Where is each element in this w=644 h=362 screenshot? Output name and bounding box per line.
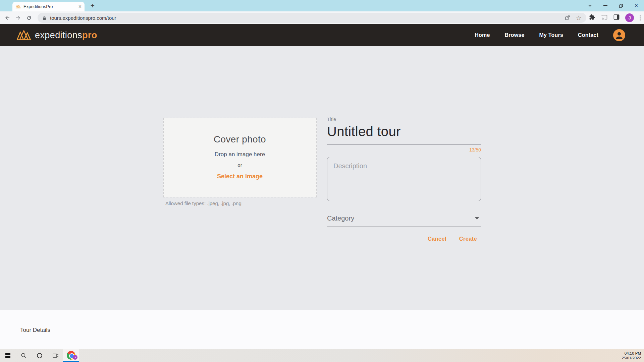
- windows-logo-icon: [5, 353, 11, 358]
- new-tab-button[interactable]: +: [88, 1, 97, 10]
- char-counter: 13/50: [327, 147, 481, 153]
- account-avatar-button[interactable]: [613, 29, 625, 41]
- taskbar-chrome-button[interactable]: J: [63, 349, 79, 362]
- window-controls: ×: [582, 0, 644, 11]
- tab-close-icon[interactable]: ×: [78, 4, 82, 9]
- close-window-button[interactable]: ×: [629, 0, 644, 11]
- taskbar-clock[interactable]: 04:10 PM 25/01/2022: [622, 349, 644, 362]
- expeditionspro-favicon: [15, 4, 21, 9]
- person-icon: [613, 29, 625, 41]
- nav-link-browse[interactable]: Browse: [505, 32, 525, 38]
- forward-icon[interactable]: [14, 14, 22, 22]
- nav-link-contact[interactable]: Contact: [578, 32, 598, 38]
- task-view-icon: [52, 352, 59, 359]
- clock-date: 25/01/2022: [622, 356, 641, 360]
- taskbar-search-button[interactable]: [16, 349, 32, 362]
- restore-button[interactable]: [613, 0, 629, 11]
- reload-icon[interactable]: [25, 14, 33, 22]
- cortana-button[interactable]: [32, 349, 47, 362]
- cover-photo-heading: Cover photo: [214, 134, 266, 145]
- title-label: Title: [327, 117, 481, 122]
- category-label: Category: [327, 215, 354, 222]
- nav-links: Home Browse My Tours Contact: [475, 29, 644, 41]
- url-text[interactable]: tours.expeditionspro.com/tour: [50, 15, 559, 21]
- site-wordmark: expeditionspro: [35, 30, 97, 41]
- extensions-icon[interactable]: [589, 14, 595, 22]
- search-icon: [20, 352, 27, 359]
- address-bar[interactable]: tours.expeditionspro.com/tour ☆: [38, 13, 586, 23]
- cover-photo-dropzone[interactable]: Cover photo Drop an image here or Select…: [163, 118, 317, 197]
- cancel-button[interactable]: Cancel: [428, 236, 446, 242]
- site-navbar: expeditionspro Home Browse My Tours Cont…: [0, 24, 644, 46]
- or-text: or: [237, 162, 242, 168]
- minimize-button[interactable]: [598, 0, 613, 11]
- lock-icon: [42, 15, 47, 20]
- clock-time: 04:10 PM: [622, 351, 641, 356]
- category-select[interactable]: Category: [327, 215, 481, 227]
- drop-image-text: Drop an image here: [215, 151, 265, 158]
- tab-title: ExpeditionsPro: [23, 4, 78, 9]
- bookmark-star-icon[interactable]: ☆: [576, 14, 582, 22]
- tour-details-section: Tour Details: [0, 310, 644, 349]
- title-input[interactable]: [327, 122, 481, 145]
- windows-taskbar: J 04:10 PM 25/01/2022: [0, 349, 644, 362]
- tab-search-chevron-icon[interactable]: [582, 0, 598, 11]
- form-actions: Cancel Create: [327, 236, 481, 242]
- screen: ExpeditionsPro × + ×: [0, 0, 644, 362]
- toolbar-right-icons: J: [589, 11, 641, 24]
- cast-icon[interactable]: [601, 14, 608, 21]
- back-icon[interactable]: [3, 14, 11, 22]
- browser-tab-strip: ExpeditionsPro × + ×: [0, 0, 644, 11]
- description-input[interactable]: [327, 157, 481, 201]
- select-image-link[interactable]: Select an image: [217, 173, 263, 180]
- mountains-logo-icon: [16, 29, 32, 41]
- side-panel-icon[interactable]: [613, 14, 620, 21]
- tour-create-page: Cover photo Drop an image here or Select…: [0, 46, 644, 310]
- browser-profile-avatar[interactable]: J: [625, 13, 634, 22]
- browser-tab[interactable]: ExpeditionsPro ×: [12, 2, 85, 11]
- start-button[interactable]: [0, 349, 16, 362]
- tour-details-heading: Tour Details: [20, 327, 50, 334]
- chevron-down-icon: [475, 217, 479, 220]
- share-icon[interactable]: [565, 15, 571, 21]
- nav-link-home[interactable]: Home: [475, 32, 490, 38]
- task-view-button[interactable]: [47, 349, 63, 362]
- browser-toolbar: tours.expeditionspro.com/tour ☆: [0, 11, 644, 24]
- browser-menu-icon[interactable]: [640, 15, 641, 20]
- allowed-file-types-text: Allowed file types: .jpeg, .jpg, .png: [165, 200, 241, 206]
- site-logo[interactable]: expeditionspro: [16, 29, 97, 41]
- tour-form: Title 13/50 Category Cancel Create: [327, 117, 481, 242]
- chrome-profile-badge: J: [73, 355, 77, 360]
- nav-link-my-tours[interactable]: My Tours: [539, 32, 564, 38]
- cortana-icon: [36, 352, 43, 359]
- create-button[interactable]: Create: [459, 236, 477, 242]
